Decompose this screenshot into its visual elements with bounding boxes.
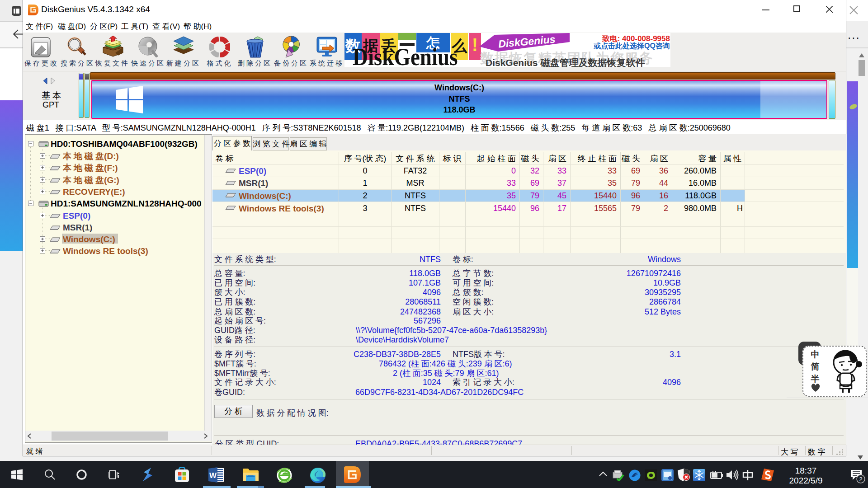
svg-text:2: 2 bbox=[859, 476, 862, 483]
svg-text:W: W bbox=[209, 471, 217, 480]
